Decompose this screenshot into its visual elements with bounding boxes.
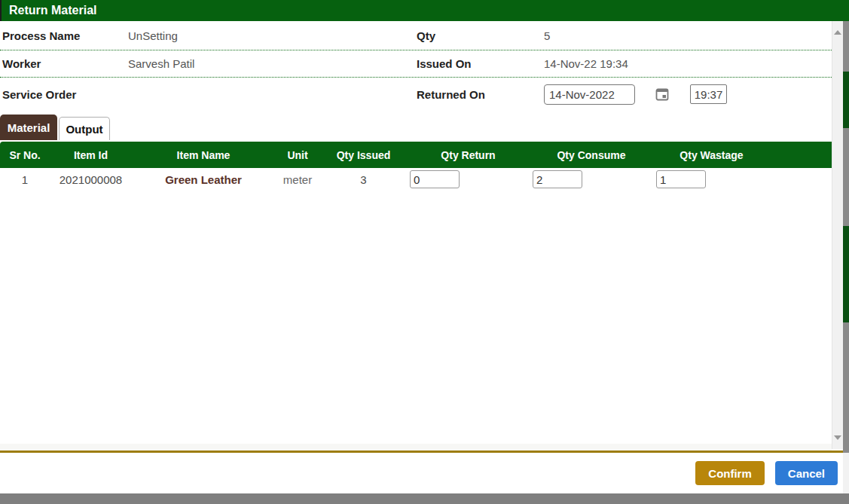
issued-on-value: 14-Nov-22 19:34 (544, 57, 832, 70)
tab-material[interactable]: Material (0, 115, 57, 140)
cell-qty-consume (530, 170, 653, 188)
returned-date-input[interactable] (544, 84, 635, 105)
background-strip-segment (843, 72, 849, 128)
issued-on-label: Issued On (414, 57, 544, 70)
col-header-qty-consume: Qty Consume (530, 149, 653, 161)
tab-output[interactable]: Output (59, 117, 110, 140)
header-form: Process Name UnSetting Qty 5 Worker Sarv… (0, 21, 832, 111)
col-header-item-name: Item Name (132, 149, 275, 161)
background-strip-segment (843, 453, 849, 493)
scroll-bottom-band (0, 444, 832, 451)
col-header-unit: Unit (275, 149, 320, 161)
confirm-button[interactable]: Confirm (695, 461, 765, 485)
material-table-header: Sr No. Item Id Item Name Unit Qty Issued… (0, 142, 832, 168)
process-name-value: UnSetting (128, 29, 414, 42)
form-row-service-order: Service Order Returned On (0, 78, 832, 111)
worker-value: Sarvesh Patil (128, 57, 414, 70)
calendar-icon[interactable] (655, 87, 669, 101)
tab-output-label: Output (66, 123, 102, 136)
qty-label: Qty (414, 29, 544, 42)
dialog-footer: Confirm Cancel (0, 453, 843, 493)
returned-on-controls (544, 84, 832, 105)
worker-label: Worker (0, 57, 128, 70)
scroll-down-arrow-icon[interactable] (834, 435, 841, 440)
background-strip-segment (843, 226, 849, 322)
qty-wastage-input[interactable] (656, 170, 706, 188)
cell-qty-issued: 3 (320, 173, 407, 186)
qty-return-input[interactable] (410, 170, 460, 188)
scroll-up-arrow-icon[interactable] (834, 30, 841, 35)
table-row: 1 2021000008 Green Leather meter 3 (0, 168, 832, 191)
col-header-item-id: Item Id (50, 149, 132, 161)
form-row-worker: Worker Sarvesh Patil Issued On 14-Nov-22… (0, 50, 832, 78)
dialog-titlebar: Return Material (0, 0, 843, 21)
service-order-label: Service Order (0, 88, 128, 101)
dialog-title: Return Material (9, 4, 96, 17)
process-name-label: Process Name (0, 29, 128, 42)
col-header-sr-no: Sr No. (0, 149, 50, 161)
returned-on-label: Returned On (414, 88, 544, 101)
qty-value: 5 (544, 29, 832, 42)
screen: Return Material Process Name UnSetting Q… (0, 0, 849, 504)
background-bottom-bar (0, 493, 849, 504)
return-material-dialog: Return Material Process Name UnSetting Q… (0, 0, 843, 493)
cell-unit: meter (275, 173, 320, 186)
col-header-qty-wastage: Qty Wastage (653, 149, 770, 161)
cell-item-id: 2021000008 (50, 173, 132, 186)
qty-consume-input[interactable] (533, 170, 582, 188)
cell-item-name: Green Leather (132, 173, 275, 186)
cell-qty-wastage (653, 170, 770, 188)
form-row-process: Process Name UnSetting Qty 5 (0, 21, 832, 50)
calendar-icon-glyph (655, 87, 669, 101)
cancel-button[interactable]: Cancel (775, 461, 838, 485)
tab-bar: Material Output (0, 115, 110, 140)
returned-time-input[interactable] (690, 84, 727, 104)
cell-sr-no: 1 (0, 173, 50, 186)
cell-qty-return (407, 170, 530, 188)
tab-material-label: Material (8, 121, 50, 134)
vertical-scrollbar[interactable] (832, 21, 843, 449)
background-strip-segment (843, 0, 849, 21)
col-header-qty-return: Qty Return (407, 149, 530, 161)
col-header-qty-issued: Qty Issued (320, 149, 407, 161)
